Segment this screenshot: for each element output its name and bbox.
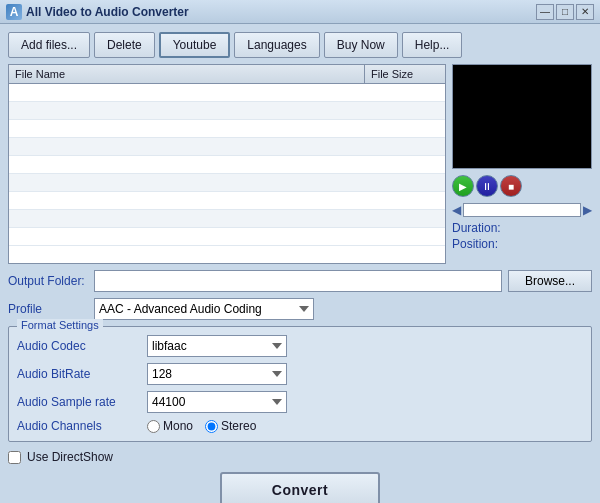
- stereo-label: Stereo: [221, 419, 256, 433]
- table-row: [9, 84, 445, 102]
- audio-samplerate-select[interactable]: 22050 44100 48000: [147, 391, 287, 413]
- position-row: Position:: [452, 237, 592, 251]
- browse-button[interactable]: Browse...: [508, 270, 592, 292]
- preview-panel: ▶ ⏸ ■ ◀ ▶ Duration: Position:: [452, 64, 592, 264]
- directshow-row: Use DirectShow: [8, 450, 592, 464]
- play-button[interactable]: ▶: [452, 175, 474, 197]
- stereo-radio[interactable]: [205, 420, 218, 433]
- profile-label: Profile: [8, 302, 88, 316]
- table-row: [9, 156, 445, 174]
- content-area: File Name File Size ▶ ⏸: [8, 64, 592, 264]
- app-title: All Video to Audio Converter: [26, 5, 536, 19]
- file-table-body[interactable]: [9, 84, 445, 254]
- audio-codec-row: Audio Codec libfaac libmp3lame libvorbis: [17, 335, 583, 357]
- table-row: [9, 138, 445, 156]
- main-content: Add files... Delete Youtube Languages Bu…: [0, 24, 600, 503]
- table-row: [9, 102, 445, 120]
- app-icon: A: [6, 4, 22, 20]
- stereo-radio-label[interactable]: Stereo: [205, 419, 256, 433]
- seek-back-button[interactable]: ◀: [452, 203, 461, 217]
- duration-label: Duration:: [452, 221, 501, 235]
- table-row: [9, 210, 445, 228]
- file-table-header: File Name File Size: [9, 65, 445, 84]
- toolbar: Add files... Delete Youtube Languages Bu…: [8, 32, 592, 58]
- directshow-checkbox[interactable]: [8, 451, 21, 464]
- convert-button[interactable]: Convert: [220, 472, 380, 503]
- output-folder-row: Output Folder: Browse...: [8, 270, 592, 292]
- column-filesize: File Size: [365, 65, 445, 83]
- youtube-button[interactable]: Youtube: [159, 32, 231, 58]
- audio-channels-row: Audio Channels Mono Stereo: [17, 419, 583, 433]
- delete-button[interactable]: Delete: [94, 32, 155, 58]
- minimize-button[interactable]: —: [536, 4, 554, 20]
- preview-info: Duration: Position:: [452, 221, 592, 253]
- seek-bar[interactable]: [463, 203, 581, 217]
- table-row: [9, 228, 445, 246]
- mono-label: Mono: [163, 419, 193, 433]
- add-files-button[interactable]: Add files...: [8, 32, 90, 58]
- output-folder-input[interactable]: [94, 270, 502, 292]
- format-settings-legend: Format Settings: [17, 319, 103, 331]
- table-row: [9, 192, 445, 210]
- output-label: Output Folder:: [8, 274, 88, 288]
- audio-channels-label: Audio Channels: [17, 419, 147, 433]
- file-table: File Name File Size: [8, 64, 446, 264]
- table-row: [9, 120, 445, 138]
- duration-row: Duration:: [452, 221, 592, 235]
- audio-bitrate-select[interactable]: 64 96 128 192 256 320: [147, 363, 287, 385]
- playback-controls: ▶ ⏸ ■: [452, 173, 592, 199]
- audio-samplerate-row: Audio Sample rate 22050 44100 48000: [17, 391, 583, 413]
- audio-samplerate-label: Audio Sample rate: [17, 395, 147, 409]
- audio-codec-select[interactable]: libfaac libmp3lame libvorbis: [147, 335, 287, 357]
- column-filename: File Name: [9, 65, 365, 83]
- buy-now-button[interactable]: Buy Now: [324, 32, 398, 58]
- audio-bitrate-label: Audio BitRate: [17, 367, 147, 381]
- table-row: [9, 174, 445, 192]
- profile-row: Profile AAC - Advanced Audio Coding MP3 …: [8, 298, 592, 320]
- audio-codec-label: Audio Codec: [17, 339, 147, 353]
- seek-forward-button[interactable]: ▶: [583, 203, 592, 217]
- stop-button[interactable]: ■: [500, 175, 522, 197]
- window-controls: — □ ✕: [536, 4, 594, 20]
- mono-radio-label[interactable]: Mono: [147, 419, 193, 433]
- pause-button[interactable]: ⏸: [476, 175, 498, 197]
- close-button[interactable]: ✕: [576, 4, 594, 20]
- title-bar: A All Video to Audio Converter — □ ✕: [0, 0, 600, 24]
- audio-channels-radios: Mono Stereo: [147, 419, 256, 433]
- mono-radio[interactable]: [147, 420, 160, 433]
- convert-container: Convert: [8, 472, 592, 503]
- profile-select[interactable]: AAC - Advanced Audio Coding MP3 - MPEG A…: [94, 298, 314, 320]
- languages-button[interactable]: Languages: [234, 32, 319, 58]
- audio-bitrate-row: Audio BitRate 64 96 128 192 256 320: [17, 363, 583, 385]
- video-preview: [452, 64, 592, 169]
- format-settings: Format Settings Audio Codec libfaac libm…: [8, 326, 592, 442]
- maximize-button[interactable]: □: [556, 4, 574, 20]
- seek-row: ◀ ▶: [452, 203, 592, 217]
- position-label: Position:: [452, 237, 498, 251]
- help-button[interactable]: Help...: [402, 32, 463, 58]
- directshow-label: Use DirectShow: [27, 450, 113, 464]
